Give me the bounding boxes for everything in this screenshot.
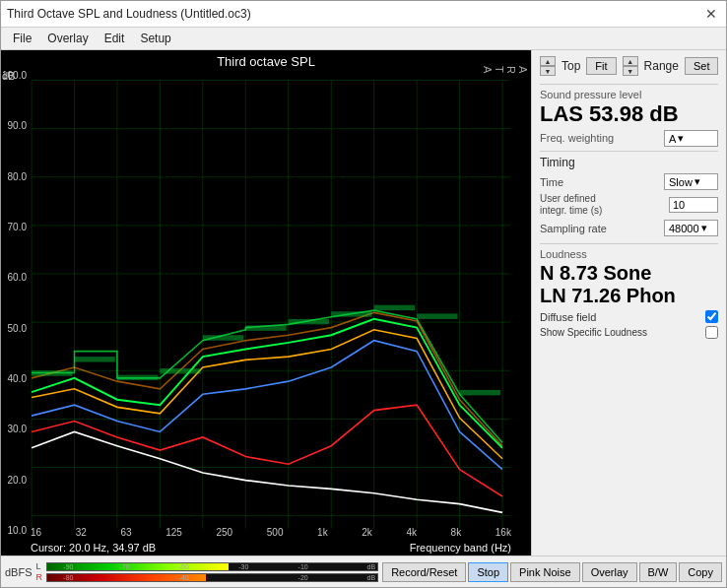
top-up-button[interactable]: ▲ [540, 56, 556, 66]
main-content: Third octave SPL ARTA dB 100.0 90.0 80.0… [1, 50, 726, 555]
time-dropdown[interactable]: Slow ▾ [664, 173, 718, 190]
freq-weighting-dropdown[interactable]: A ▾ [664, 130, 718, 147]
l-level-bar [47, 563, 230, 570]
cursor-info: Cursor: 20.0 Hz, 34.97 dB [31, 542, 156, 554]
overlay-button[interactable]: Overlay [582, 562, 637, 582]
y-label-20: 20.0 [1, 475, 29, 486]
menu-edit[interactable]: Edit [97, 30, 133, 47]
y-label-80: 80.0 [1, 171, 29, 182]
main-window: Third Octave SPL and Loudness (Untitled.… [0, 0, 727, 588]
freq-label: Frequency band (Hz) [410, 542, 511, 554]
dbfs-label: dBFS [5, 566, 33, 578]
loudness-section: Loudness N 8.73 Sone LN 71.26 Phon Diffu… [540, 243, 718, 339]
x-label-500: 500 [267, 527, 284, 538]
user-integr-label: User definedintegr. time (s) [540, 193, 669, 217]
y-axis-labels: 100.0 90.0 80.0 70.0 60.0 50.0 40.0 30.0… [1, 70, 29, 536]
y-label-70: 70.0 [1, 222, 29, 232]
window-title: Third Octave SPL and Loudness (Untitled.… [7, 7, 251, 21]
fit-button[interactable]: Fit [586, 57, 616, 75]
chart-svg [1, 50, 531, 555]
svg-rect-25 [117, 375, 158, 380]
bottom-bar: dBFS L -90 -70 -50 -30 -10 dB R [1, 555, 726, 587]
r-channel-row: R -80 -40 -20 dB [36, 572, 379, 582]
sampling-rate-row: Sampling rate 48000 ▾ [540, 220, 718, 236]
copy-button[interactable]: Copy [679, 562, 722, 582]
l-level-meter: -90 -70 -50 -30 -10 dB [46, 562, 379, 571]
loudness-title: Loudness [540, 248, 718, 260]
y-label-90: 90.0 [1, 120, 29, 131]
svg-rect-31 [374, 305, 415, 310]
svg-rect-24 [74, 357, 114, 361]
menu-file[interactable]: File [5, 30, 39, 47]
time-label: Time [540, 176, 664, 188]
diffuse-field-checkbox[interactable] [705, 310, 718, 323]
x-label-250: 250 [217, 527, 233, 538]
top-down-button[interactable]: ▼ [540, 66, 556, 76]
l-channel-row: L -90 -70 -50 -30 -10 dB [36, 561, 379, 571]
svg-rect-30 [331, 311, 371, 316]
chart-title: Third octave SPL [1, 50, 531, 71]
diffuse-field-label: Diffuse field [540, 311, 596, 323]
x-label-125: 125 [165, 527, 182, 538]
r-level-meter: -80 -40 -20 dB [46, 573, 379, 582]
spl-section: Sound pressure level LAS 53.98 dB Freq. … [540, 84, 718, 147]
range-down-button[interactable]: ▼ [623, 66, 638, 76]
x-label-16: 16 [31, 527, 41, 538]
x-label-63: 63 [120, 527, 131, 538]
top-label: Top [562, 59, 580, 73]
y-label-10: 10.0 [1, 525, 29, 536]
x-label-4k: 4k [406, 527, 417, 538]
pink-noise-button[interactable]: Pink Noise [510, 562, 580, 582]
svg-rect-28 [245, 325, 286, 330]
show-specific-checkbox[interactable] [705, 326, 718, 339]
svg-rect-33 [460, 390, 500, 395]
svg-rect-0 [1, 50, 531, 555]
level-meter-container: L -90 -70 -50 -30 -10 dB R -80 [36, 559, 379, 584]
arta-label: ARTA [482, 66, 529, 74]
l-label: L [36, 561, 44, 571]
right-panel: ▲ ▼ Top Fit ▲ ▼ Range Set Sound pressure… [531, 50, 726, 555]
stop-button[interactable]: Stop [468, 562, 508, 582]
show-specific-label: Show Specific Loudness [540, 327, 647, 338]
x-label-1k: 1k [317, 527, 328, 538]
x-label-32: 32 [76, 527, 87, 538]
sampling-rate-dropdown[interactable]: 48000 ▾ [664, 220, 718, 236]
show-specific-row: Show Specific Loudness [540, 326, 718, 339]
bottom-buttons: Record/Reset Stop Pink Noise Overlay B/W… [382, 562, 722, 582]
spl-value: LAS 53.98 dB [540, 102, 718, 126]
y-label-30: 30.0 [1, 424, 29, 434]
timing-title: Timing [540, 156, 718, 169]
sampling-rate-label: Sampling rate [540, 223, 664, 234]
close-button[interactable]: ✕ [702, 5, 720, 23]
y-label-40: 40.0 [1, 373, 29, 384]
loudness-ln-value: LN 71.26 Phon [540, 285, 718, 307]
loudness-n-value: N 8.73 Sone [540, 262, 718, 285]
time-row: Time Slow ▾ [540, 173, 718, 190]
svg-rect-27 [203, 335, 243, 340]
user-integr-input[interactable] [669, 197, 718, 213]
diffuse-field-row: Diffuse field [540, 310, 718, 323]
record-reset-button[interactable]: Record/Reset [382, 562, 466, 582]
user-integr-row: User definedintegr. time (s) [540, 193, 718, 217]
svg-rect-26 [160, 368, 200, 373]
menu-bar: File Overlay Edit Setup [1, 28, 726, 50]
spl-section-label: Sound pressure level [540, 89, 718, 100]
x-label-8k: 8k [451, 527, 462, 538]
menu-overlay[interactable]: Overlay [39, 30, 96, 47]
x-label-2k: 2k [362, 527, 372, 538]
svg-rect-32 [417, 313, 457, 318]
x-label-16k: 16k [496, 527, 511, 538]
range-up-button[interactable]: ▲ [623, 56, 638, 66]
set-button[interactable]: Set [685, 57, 719, 75]
range-spinner: ▲ ▼ [623, 56, 638, 76]
r-label: R [36, 572, 44, 582]
menu-setup[interactable]: Setup [132, 30, 178, 47]
chart-area: Third octave SPL ARTA dB 100.0 90.0 80.0… [1, 50, 531, 555]
range-label: Range [644, 59, 679, 73]
x-axis-labels: 16 32 63 125 250 500 1k 2k 4k 8k 16k [31, 527, 511, 538]
svg-rect-29 [289, 319, 329, 324]
timing-section: Timing Time Slow ▾ User definedintegr. t… [540, 151, 718, 239]
top-spinner[interactable]: ▲ ▼ [540, 56, 556, 76]
bw-button[interactable]: B/W [639, 562, 678, 582]
y-label-50: 50.0 [1, 323, 29, 334]
